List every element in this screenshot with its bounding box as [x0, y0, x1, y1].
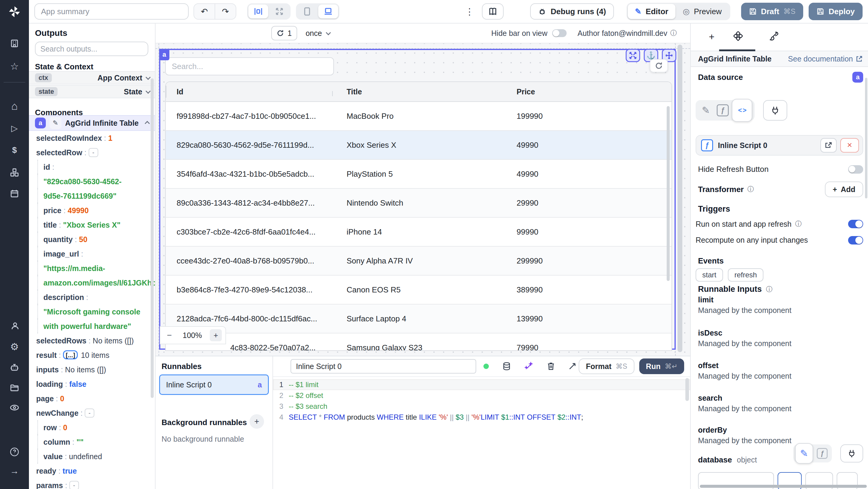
output-tree-line[interactable]: quantity : 50 — [37, 232, 156, 247]
zoom-in-button[interactable]: + — [210, 329, 222, 341]
output-tree-line[interactable]: : amazon.com/images/I/61JGKho — [37, 276, 156, 290]
workspace-icon[interactable] — [0, 39, 29, 48]
variables-icon[interactable]: $ — [0, 145, 29, 155]
tab-preview[interactable]: ◎Preview — [675, 4, 729, 19]
search-outputs-input[interactable] — [35, 41, 148, 56]
column-header-id[interactable]: Id — [166, 87, 332, 96]
run-on-start-toggle[interactable] — [848, 220, 863, 228]
windmill-logo-icon[interactable] — [0, 0, 29, 24]
help-icon[interactable] — [0, 447, 29, 457]
center-layout-button[interactable] — [248, 4, 268, 19]
table-row[interactable]: c303bce7-cb2e-42c6-8fdf-6aa01fc4e4... iP… — [166, 218, 672, 247]
aggrid-component[interactable]: a ⚓ Id Title Price f991898d-cb27-4ac7 — [159, 49, 676, 350]
hide-refresh-toggle[interactable] — [848, 165, 863, 174]
collapse-toggle[interactable]: - — [89, 148, 98, 157]
desktop-view-button[interactable] — [318, 4, 338, 19]
collapse-toggle[interactable]: [...] — [63, 350, 78, 359]
table-row[interactable]: 354f6afd-43ac-4321-b1bc-0b5e5adcb... Pla… — [166, 160, 672, 189]
output-tree-line[interactable]: newChange : - — [29, 406, 156, 420]
table-row[interactable]: ccee43dc-27e0-40a8-b768-b09579b0... Sony… — [166, 247, 672, 276]
settings-scrollbar[interactable] — [865, 78, 867, 198]
table-search-input[interactable] — [165, 57, 334, 75]
home-icon[interactable]: ⌂ — [0, 101, 29, 111]
output-tree-line[interactable]: column : "" — [37, 435, 156, 449]
output-tree-line[interactable]: : "829ca080-5630-4562- — [37, 174, 156, 189]
format-button[interactable]: Format⌘S — [579, 359, 634, 374]
column-header-title[interactable]: Title — [332, 87, 502, 96]
folders-icon[interactable] — [0, 383, 29, 393]
static-mode-icon[interactable]: ✎ — [795, 443, 813, 464]
output-tree-line[interactable]: result : [...]10 items — [29, 348, 156, 362]
delete-script-icon[interactable] — [547, 362, 555, 371]
ai-assistant-icon[interactable] — [0, 362, 29, 372]
output-tree-line[interactable]: loading : false — [29, 377, 156, 391]
connect-mode-button[interactable] — [763, 100, 787, 121]
audit-logs-icon[interactable] — [0, 403, 29, 412]
output-tree-line[interactable]: title : "Xbox Series X" — [37, 218, 156, 232]
static-mode-icon[interactable]: ✎ — [698, 102, 714, 118]
deploy-button[interactable]: Deploy — [809, 3, 863, 20]
output-tree-line[interactable]: ready : true — [29, 464, 156, 478]
table-row[interactable]: 89c0a336-1343-4812-ac34-e4bb8e27... Nint… — [166, 189, 672, 218]
connect-mode-button[interactable] — [840, 445, 863, 462]
canvas-grid[interactable]: a ⚓ Id Title Price f991898d-cb27-4ac7 — [156, 43, 690, 356]
output-tree-line[interactable]: image_url : — [37, 247, 156, 261]
column-header-price[interactable]: Price — [502, 87, 672, 96]
tab-styling[interactable] — [769, 31, 779, 41]
canvas-scrollbar[interactable] — [678, 44, 682, 352]
docs-button[interactable] — [482, 3, 504, 20]
more-menu-icon[interactable]: ⋮ — [465, 6, 473, 17]
table-row[interactable]: 2128adca-7fc6-44bd-800c-dc115df6ac... Su… — [166, 305, 672, 333]
undo-button[interactable]: ↶ — [194, 4, 215, 19]
output-tree-line[interactable]: description : — [37, 290, 156, 305]
output-tree-line[interactable]: id : — [37, 160, 156, 174]
expand-sidebar-icon[interactable]: → — [0, 466, 29, 476]
ctx-row[interactable]: ctx App Context — [29, 71, 156, 84]
collapse-toggle[interactable]: - — [69, 481, 79, 489]
hide-bar-toggle[interactable] — [552, 29, 567, 37]
code-scrollbar[interactable] — [685, 378, 689, 401]
script-name-input[interactable] — [290, 359, 476, 373]
sql-code-editor[interactable]: 1-- $1 limit 2-- $2 offset 3-- $3 search… — [273, 377, 690, 489]
output-tree-line[interactable]: : "https://m.media- — [37, 261, 156, 276]
table-row[interactable]: 829ca080-5630-4562-9d5e-7611199d... Xbox… — [166, 131, 672, 160]
settings-icon[interactable]: ⚙ — [0, 342, 29, 352]
tab-editor[interactable]: ✎Editor — [628, 4, 676, 19]
app-summary-input[interactable] — [34, 3, 189, 20]
run-button[interactable]: Run⌘↵ — [639, 359, 684, 374]
component-output-row[interactable]: a ✎ AgGrid Infinite Table — [29, 115, 156, 131]
output-tree-line[interactable]: : 9d5e-7611199dc669" — [37, 189, 156, 203]
output-tree-line[interactable]: page : 0 — [29, 391, 156, 406]
settings-horizontal-scrollbar[interactable] — [700, 485, 867, 488]
rename-component-icon[interactable]: ✎ — [50, 117, 61, 129]
full-width-layout-button[interactable] — [270, 4, 289, 19]
state-row[interactable]: state State — [29, 85, 156, 98]
redo-button[interactable]: ↷ — [215, 4, 236, 19]
favorites-icon[interactable]: ☆ — [0, 61, 29, 71]
template-mode-icon[interactable]: ƒ — [717, 104, 729, 116]
outputs-scrollbar[interactable] — [151, 79, 154, 398]
table-row[interactable]: b3e864c8-7fe3-4270-89e9-54c12038... Cano… — [166, 276, 672, 305]
table-row[interactable]: f991898d-cb27-4ac7-b10c-0b9050ce1... Mac… — [166, 102, 672, 131]
output-tree-line[interactable]: row : 0 — [37, 420, 156, 435]
output-tree-line[interactable]: selectedRowIndex : 1 — [29, 131, 156, 145]
refresh-count-button[interactable]: 1 — [271, 26, 297, 40]
output-tree-line[interactable]: : with powerful hardware" — [37, 319, 156, 333]
output-tree-line[interactable]: selectedRows : No items ([]) — [29, 333, 156, 348]
tab-component-settings[interactable] — [733, 31, 743, 41]
workers-icon[interactable] — [0, 322, 29, 331]
debug-runs-button[interactable]: Debug runs (4) — [530, 3, 614, 20]
remove-script-button[interactable]: ✕ — [840, 138, 859, 153]
schedules-icon[interactable] — [0, 189, 29, 198]
collapse-toggle[interactable]: - — [85, 408, 94, 418]
table-row[interactable]: 4c83-8022-5e70a07a2... Samsung Galaxy S2… — [166, 333, 672, 351]
expand-editor-icon[interactable] — [568, 362, 576, 370]
draft-button[interactable]: Draft⌘S — [741, 3, 804, 20]
database-icon[interactable] — [502, 362, 511, 371]
recompute-toggle[interactable] — [848, 236, 863, 245]
code-mode-icon[interactable]: < > — [732, 99, 752, 122]
output-tree-line[interactable]: params : - — [29, 478, 156, 489]
inline-script-row[interactable]: ƒ Inline Script 0 ✕ — [695, 135, 863, 156]
resources-icon[interactable] — [0, 167, 29, 177]
output-tree-line[interactable]: inputs : No items ([]) — [29, 362, 156, 377]
